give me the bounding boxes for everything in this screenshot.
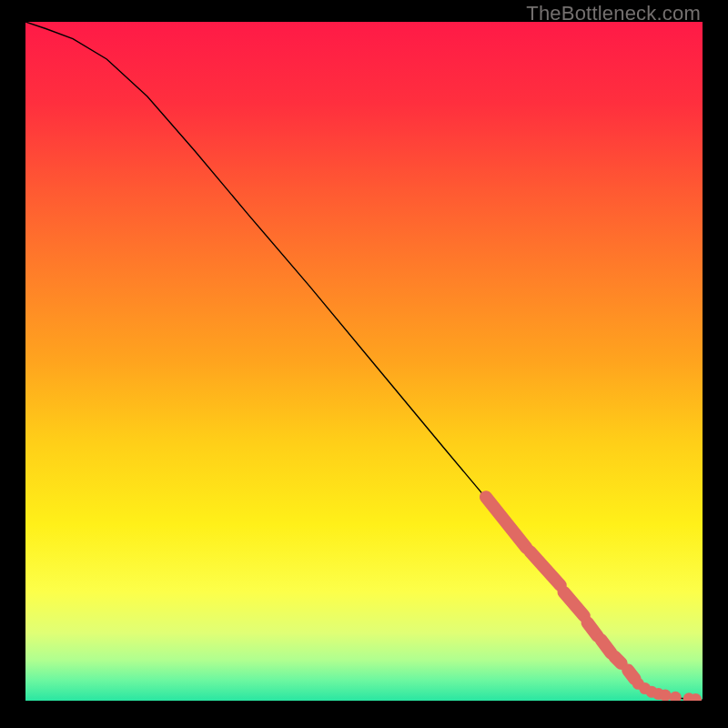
watermark-text: TheBottleneck.com [526,2,701,25]
curve-highlight-segment [628,670,634,679]
curve-highlight-segment [601,640,611,653]
bottleneck-chart [25,22,703,701]
curve-highlight-segment [588,622,598,636]
gradient-background [25,22,703,701]
curve-highlight-dot [660,690,672,701]
chart-frame [25,22,703,701]
curve-highlight-segment [614,657,621,663]
